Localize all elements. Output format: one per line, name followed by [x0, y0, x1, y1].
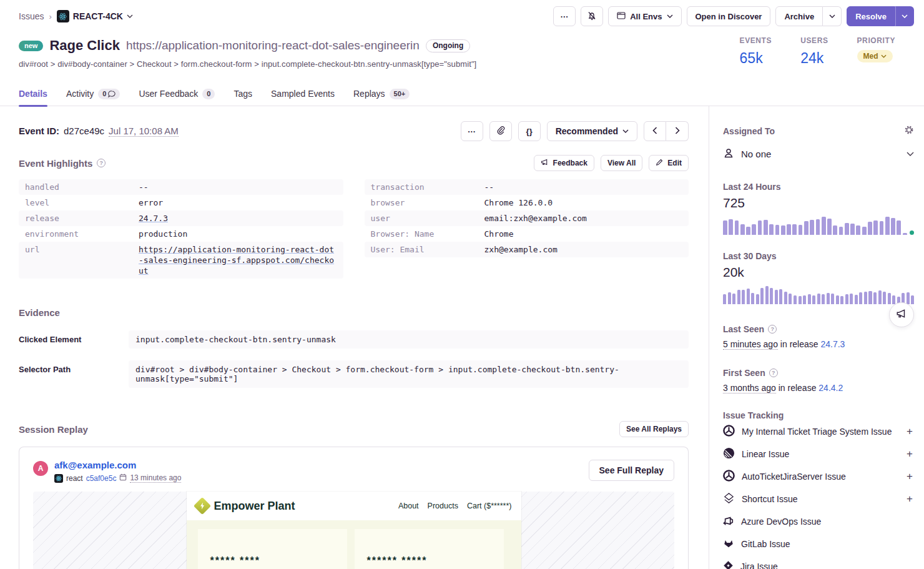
last-seen-release-link[interactable]: 24.7.3: [820, 339, 845, 349]
more-options-button[interactable]: ···: [553, 6, 576, 26]
issue-action-bar: ··· All Envs Open in Discover Archive Re…: [553, 6, 914, 26]
bell-slash-icon: [587, 11, 597, 22]
stat-priority: PRIORITY Med: [857, 36, 895, 67]
edit-button[interactable]: Edit: [649, 155, 689, 171]
histogram-bar: [781, 225, 785, 235]
events-label: EVENTS: [740, 36, 772, 45]
tab-tags[interactable]: Tags: [233, 81, 252, 106]
avatar: A: [33, 461, 48, 476]
ticket-triage-icon: [723, 425, 735, 438]
last-seen-value: 5 minutes ago in release 24.7.3: [723, 339, 914, 349]
first-seen-ago[interactable]: 3 months ago: [723, 383, 776, 393]
first-seen-release-link[interactable]: 24.4.2: [818, 383, 843, 393]
event-timestamp[interactable]: Jul 17, 10:08 AM: [109, 126, 179, 137]
previous-event-button[interactable]: [644, 121, 666, 141]
see-all-replays-button[interactable]: See All Replays: [619, 421, 689, 437]
breadcrumb-issues-link[interactable]: Issues: [19, 11, 44, 21]
resolve-button[interactable]: Resolve: [847, 6, 895, 26]
evidence-heading: Evidence: [19, 307, 60, 318]
release-link[interactable]: 24.7.3: [139, 213, 337, 224]
url-link[interactable]: https://application-monitoring-react-dot…: [139, 244, 337, 276]
histogram-bar: [817, 294, 820, 304]
tracking-item-shortcut[interactable]: Shortcut Issue +: [723, 488, 914, 510]
help-icon[interactable]: ?: [97, 159, 106, 167]
histogram-bar: [747, 289, 750, 304]
recommended-dropdown[interactable]: Recommended: [547, 121, 637, 141]
next-event-button[interactable]: [666, 121, 689, 141]
histogram-bar: [810, 220, 814, 235]
table-row: User: Emailzxh@example.com: [365, 242, 689, 257]
assignee-selector[interactable]: No one: [723, 147, 914, 161]
last-24-hours-chart: [723, 217, 914, 235]
histogram-bar: [742, 290, 745, 304]
assigned-to-heading: Assigned To: [723, 126, 775, 136]
selector-path-row: Selector Path div#root > div#body-contai…: [19, 360, 689, 388]
priority-badge[interactable]: Med: [857, 50, 893, 62]
tab-replays[interactable]: Replays 50+: [353, 81, 410, 106]
replay-id-link[interactable]: c5af0e5c: [86, 474, 117, 483]
event-actions: ··· {} Recommended: [461, 121, 689, 141]
tracking-item-autoticketjiraserver[interactable]: AutoTicketJiraServer Issue +: [723, 465, 914, 488]
tab-label: Tags: [233, 89, 252, 99]
archive-button[interactable]: Archive: [775, 6, 823, 26]
last-seen-heading: Last Seen?: [723, 324, 914, 334]
add-issue-button[interactable]: +: [905, 425, 914, 438]
status-badge[interactable]: Ongoing: [426, 39, 470, 52]
resolve-label: Resolve: [855, 12, 887, 21]
issue-stats: EVENTS 65k USERS 24k PRIORITY Med: [740, 36, 895, 67]
replays-count-badge: 50+: [390, 89, 410, 99]
see-full-replay-button[interactable]: See Full Replay: [589, 460, 674, 481]
histogram-bar: [816, 219, 820, 235]
histogram-bar: [856, 225, 860, 235]
histogram-bar: [751, 293, 754, 304]
replay-time-ago[interactable]: 13 minutes ago: [130, 473, 181, 483]
events-count[interactable]: 65k: [740, 50, 772, 67]
tracking-item-jira[interactable]: Jira Issue: [723, 555, 914, 569]
tracking-item-gitlab[interactable]: GitLab Issue: [723, 533, 914, 555]
help-icon[interactable]: ?: [769, 369, 778, 377]
last-seen-ago[interactable]: 5 minutes ago: [723, 339, 778, 350]
view-json-button[interactable]: {}: [518, 121, 541, 141]
view-all-button[interactable]: View All: [601, 155, 642, 171]
histogram-bar: [840, 296, 843, 304]
tab-details[interactable]: Details: [19, 81, 47, 106]
users-count[interactable]: 24k: [800, 50, 828, 67]
help-icon[interactable]: ?: [768, 325, 777, 334]
replay-user-link[interactable]: afk@example.com: [54, 460, 136, 470]
chevron-down-icon: [127, 14, 133, 18]
tab-sampled-events[interactable]: Sampled Events: [271, 81, 335, 106]
last-24-hours-count: 725: [723, 195, 914, 210]
add-issue-button[interactable]: +: [905, 448, 914, 460]
replay-preview[interactable]: Empower Plant About Products Cart ($****…: [33, 492, 674, 569]
react-project-icon: [54, 474, 63, 483]
gear-icon[interactable]: [904, 125, 914, 137]
see-all-replays-label: See All Replays: [626, 425, 682, 433]
tracking-item-azure-devops[interactable]: Azure DevOps Issue: [723, 510, 914, 533]
tracking-item-internal-triage[interactable]: My Internal Ticket Triage System Issue +: [723, 420, 914, 443]
tracking-item-linear[interactable]: Linear Issue +: [723, 443, 914, 465]
floating-feedback-button[interactable]: [889, 302, 914, 327]
tracking-item-label: Shortcut Issue: [742, 494, 898, 504]
tab-activity[interactable]: Activity 0: [66, 81, 120, 106]
open-in-discover-button[interactable]: Open in Discover: [687, 6, 771, 26]
histogram-bar: [839, 227, 843, 235]
event-more-button[interactable]: ···: [461, 121, 483, 141]
add-issue-button[interactable]: +: [905, 493, 914, 505]
mute-button[interactable]: [581, 6, 603, 26]
attachments-button[interactable]: [489, 121, 512, 141]
add-issue-button[interactable]: +: [905, 470, 914, 483]
first-seen-heading: First Seen?: [723, 368, 914, 378]
histogram-bar: [845, 294, 848, 304]
resolve-caret-button[interactable]: [895, 6, 914, 26]
archive-caret-button[interactable]: [823, 6, 842, 26]
environments-dropdown[interactable]: All Envs: [608, 6, 681, 26]
tab-user-feedback[interactable]: User Feedback 0: [139, 81, 215, 106]
site-brand: Empower Plant: [196, 500, 295, 513]
table-row: handled--: [19, 179, 343, 195]
breadcrumb-separator-icon: ›: [49, 12, 51, 21]
breadcrumb-project[interactable]: REACT-4CK: [57, 10, 133, 22]
histogram-bar: [883, 292, 886, 304]
feedback-button[interactable]: Feedback: [534, 155, 594, 171]
table-row: transaction--: [365, 179, 689, 195]
histogram-bar: [888, 293, 891, 304]
